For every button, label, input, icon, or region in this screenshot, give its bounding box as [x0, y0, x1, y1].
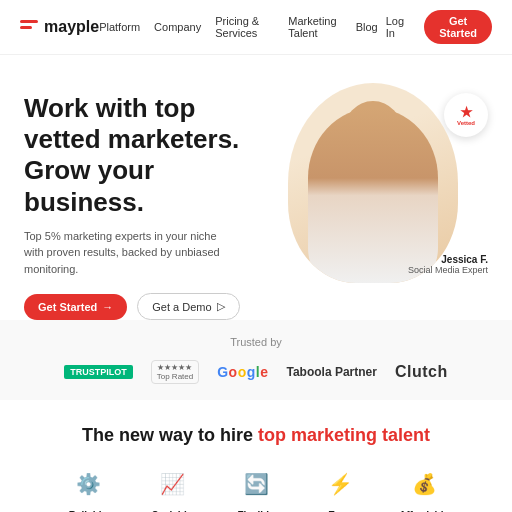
person-name: Jessica F. Social Media Expert	[408, 254, 488, 275]
reliable-icon: ⚙️	[68, 464, 108, 504]
trusted-section: Trusted by TRUSTPILOT ★★★★★ Top Rated Go…	[0, 320, 512, 400]
hero-subtitle: Top 5% marketing experts in your niche w…	[24, 228, 234, 278]
nav-link-pricing[interactable]: Pricing & Services	[215, 15, 274, 39]
nav-actions: Log In Get Started	[378, 10, 492, 44]
feature-flexible: 🔄 Flexible Monthly subscription	[220, 464, 292, 512]
flexible-icon: 🔄	[236, 464, 276, 504]
trusted-logos: TRUSTPILOT ★★★★★ Top Rated Google Tabool…	[24, 360, 488, 384]
get-started-button[interactable]: Get Started	[424, 10, 492, 44]
star-icon: ★★★★★	[157, 363, 192, 372]
feature-affordable: 💰 Affordable 1/3rd of typical agency cos…	[388, 464, 460, 512]
google-logo: Google	[217, 364, 268, 380]
hero-buttons: Get Started → Get a Demo ▷	[24, 293, 288, 320]
hero-get-demo-button[interactable]: Get a Demo ▷	[137, 293, 239, 320]
play-icon: ▷	[217, 300, 225, 313]
hero-content: Work with top vetted marketers. Grow you…	[24, 83, 288, 320]
feature-easy: ⚡ Easy 3 min to marketing brief	[304, 464, 376, 512]
newway-section: The new way to hire top marketing talent…	[0, 400, 512, 512]
easy-icon: ⚡	[320, 464, 360, 504]
vetted-badge: ★ Vetted	[444, 93, 488, 137]
logo-bar-1	[20, 20, 38, 23]
logo-text: mayple	[44, 18, 99, 36]
hero-image-area: ★ Vetted Jessica F. Social Media Expert	[288, 83, 488, 283]
nav-link-blog[interactable]: Blog	[356, 21, 378, 33]
trusted-label: Trusted by	[24, 336, 488, 348]
nav-link-platform[interactable]: Platform	[99, 21, 140, 33]
scalable-icon: 📈	[152, 464, 192, 504]
newway-highlight: top marketing talent	[258, 425, 430, 445]
logo[interactable]: mayple	[20, 18, 99, 36]
logo-icon	[20, 20, 38, 34]
logo-bar-2	[20, 26, 32, 29]
feature-scalable: 📈 Scalable Avg. Growth of 380% in 6 mont…	[136, 464, 208, 512]
nav-link-talent[interactable]: Marketing Talent	[288, 15, 341, 39]
hero-title: Work with top vetted marketers. Grow you…	[24, 93, 264, 218]
arrow-icon: →	[102, 301, 113, 313]
nav-links: Platform Company Pricing & Services Mark…	[99, 15, 378, 39]
affordable-icon: 💰	[404, 464, 444, 504]
hero-section: Work with top vetted marketers. Grow you…	[0, 55, 512, 320]
login-button[interactable]: Log In	[378, 11, 417, 43]
nav-link-company[interactable]: Company	[154, 21, 201, 33]
feature-reliable: ⚙️ Reliable Vetted and backed by AI trac…	[52, 464, 124, 512]
hero-person-image	[288, 83, 458, 283]
hero-get-started-button[interactable]: Get Started →	[24, 294, 127, 320]
vetted-star-icon: ★	[460, 104, 473, 120]
features-row: ⚙️ Reliable Vetted and backed by AI trac…	[20, 464, 492, 512]
newway-title: The new way to hire top marketing talent	[20, 424, 492, 447]
trustpilot-logo: TRUSTPILOT	[64, 365, 133, 379]
navbar: mayple Platform Company Pricing & Servic…	[0, 0, 512, 55]
taboola-logo: Taboola Partner	[286, 365, 376, 379]
toprated-logo: ★★★★★ Top Rated	[151, 360, 199, 384]
clutch-logo: Clutch	[395, 363, 448, 381]
